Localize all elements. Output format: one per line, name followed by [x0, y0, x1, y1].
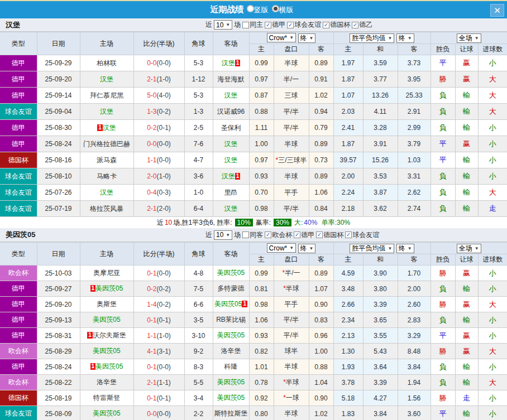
result-handicap-cell: 輸 — [455, 201, 478, 217]
match-row: 德甲25-08-24门兴格拉德巴赫0-0(0-0)7-6汉堡1.00半球0.89… — [0, 136, 507, 152]
handicap-line: 平/半 — [274, 104, 309, 120]
final-avg-select[interactable]: 终▼ — [396, 244, 414, 253]
result-handicap-cell: 赢 — [455, 297, 478, 312]
home-team-cell: 美因茨05 — [80, 406, 133, 420]
rank-badge: 1 — [97, 124, 103, 131]
date-cell: 25-09-13 — [37, 312, 80, 328]
fulltime-score: 0-2 — [147, 124, 156, 132]
away-team-cell: 汉诺威96 — [213, 104, 249, 120]
league-type-cell: 德甲 — [0, 71, 37, 88]
league-filter-checkbox[interactable]: ✓ — [265, 22, 271, 28]
fulltime-score: 1-1 — [147, 156, 156, 164]
avg-draw-odds: 3.90 — [363, 265, 398, 281]
score-cell: 0-1(0-1) — [133, 312, 184, 328]
chevron-down-icon: ▼ — [475, 36, 479, 41]
away-team-name: 汉堡 — [224, 91, 238, 99]
fulltime-score: 5-0 — [147, 91, 156, 99]
match-row: 球会友谊25-07-19格拉茨风暴2-1(2-0)6-4汉堡0.98平/半0.8… — [0, 201, 507, 217]
league-type-cell: 球会友谊 — [0, 201, 37, 217]
home-team-name: 奥摩尼亚 — [93, 269, 120, 277]
score-cell: 1-3(0-2) — [133, 104, 184, 120]
unit-label: 场 — [234, 20, 241, 30]
league-filter-checkbox[interactable]: ✓ — [316, 231, 323, 238]
column-header: 主场 — [80, 243, 133, 265]
away-team-name: RB莱比锡 — [216, 316, 246, 324]
away-team-cell: 汉堡1 — [213, 168, 249, 185]
fulltime-score: 0-1 — [147, 269, 156, 277]
asterisk-mark: * — [275, 156, 278, 164]
league-filter-checkbox[interactable]: ✓ — [352, 22, 358, 28]
league-filter-checkbox[interactable]: ✓ — [287, 22, 294, 28]
result-wdl-cell: 負 — [431, 281, 455, 297]
result-wdl-cell: 平 — [431, 406, 455, 420]
scope-select[interactable]: 全场▼ — [457, 33, 481, 43]
match-row: 球会友谊25-08-10马略卡2-0(1-0)3-6汉堡10.93半球0.892… — [0, 168, 507, 185]
chevron-down-icon: ▼ — [388, 36, 392, 41]
scope-select[interactable]: 全场▼ — [457, 244, 481, 253]
asterisk-mark: * — [282, 269, 285, 277]
home-team-name: 门兴格拉德巴赫 — [83, 140, 130, 148]
avg-home-odds: 1.07 — [333, 88, 363, 104]
layout-radio[interactable] — [272, 5, 279, 12]
league-filter: ✓欧会杯 — [265, 230, 292, 240]
fulltime-score: 1-1 — [147, 332, 156, 340]
close-button[interactable]: ✕ — [490, 4, 504, 17]
layout-radio[interactable] — [247, 5, 254, 12]
final-odds-select[interactable]: 终▼ — [298, 33, 316, 43]
final-avg-select[interactable]: 终▼ — [396, 33, 414, 43]
final-odds-select[interactable]: 终▼ — [298, 244, 316, 253]
away-team-cell: 汉堡 — [213, 136, 249, 152]
result-wdl-cell: 負 — [431, 185, 455, 201]
score-cell: 0-1(0-0) — [133, 359, 184, 375]
rank-badge: 1 — [87, 332, 93, 339]
avg-draw-odds: 3.55 — [363, 328, 398, 344]
odds-company-select[interactable]: Crow*▼ — [267, 243, 296, 253]
handicap-line: *半/一 — [274, 265, 309, 281]
asterisk-mark: * — [283, 394, 286, 402]
match-count-select[interactable]: 10▼ — [214, 230, 232, 240]
avg-draw-odds: 13.26 — [363, 88, 398, 104]
home-team-cell: 特雷斯登 — [80, 390, 133, 406]
home-team-name: 格拉茨风暴 — [90, 205, 123, 213]
league-filter-checkbox[interactable]: ✓ — [345, 231, 352, 238]
result-goals-cell: 走 — [478, 201, 507, 217]
corner-cell: 1-12 — [184, 71, 213, 88]
sub-column-header: 客 — [398, 44, 431, 55]
league-filter-checkbox[interactable]: ✓ — [294, 231, 300, 238]
handicap-away-odds: 0.83 — [309, 312, 333, 328]
home-team-cell: 1汉堡 — [80, 120, 133, 136]
odds-company-select[interactable]: Crow*▼ — [267, 33, 296, 42]
avg-odds-select-value: 胜平负均值 — [352, 33, 385, 43]
home-team-cell: 奥摩尼亚 — [80, 265, 133, 281]
home-team-name: 沃尔夫斯堡 — [93, 331, 126, 339]
fulltime-score: 0-4 — [147, 189, 156, 196]
league-filter-checkbox[interactable]: ✓ — [323, 22, 329, 28]
rank-badge: 1 — [235, 173, 241, 180]
away-team-cell: 海登海默 — [213, 71, 249, 88]
avg-home-odds: 1.87 — [333, 71, 363, 88]
handicap-line: *一球 — [274, 390, 309, 406]
league-filter-checkbox[interactable]: ✓ — [265, 231, 271, 238]
home-team-cell: 奥斯堡 — [80, 297, 133, 312]
home-team-name: 美因茨05 — [95, 284, 123, 292]
same-venue-checkbox[interactable] — [242, 231, 249, 238]
handicap-away-odds: 1.02 — [309, 88, 333, 104]
chevron-down-icon: ▼ — [289, 35, 294, 40]
match-count-select[interactable]: 10▼ — [214, 20, 232, 30]
avg-away-odds: 2.83 — [398, 312, 431, 328]
avg-away-odds: 3.60 — [398, 406, 431, 420]
date-cell: 25-08-10 — [37, 168, 80, 185]
handicap-home-odds: 1.00 — [249, 136, 274, 152]
fulltime-score: 0-1 — [147, 394, 156, 402]
halftime-score: (0-0) — [157, 156, 171, 164]
away-team-cell: 汉堡 — [213, 201, 249, 217]
corner-cell: 7-5 — [184, 281, 213, 297]
close-icon: ✕ — [494, 6, 501, 16]
avg-odds-select[interactable]: 胜平负均值▼ — [350, 244, 394, 253]
fulltime-score: 1-3 — [147, 108, 156, 115]
same-venue-checkbox[interactable] — [242, 22, 249, 28]
sub-column-header: 让球 — [455, 44, 478, 55]
summary-bar: 近10场,胜1平3负6, 胜率:10%赢率:30%大:40% 单率:30% — [0, 217, 507, 228]
rank-badge: 1 — [90, 363, 96, 370]
avg-odds-select[interactable]: 胜平负均值▼ — [350, 33, 394, 43]
